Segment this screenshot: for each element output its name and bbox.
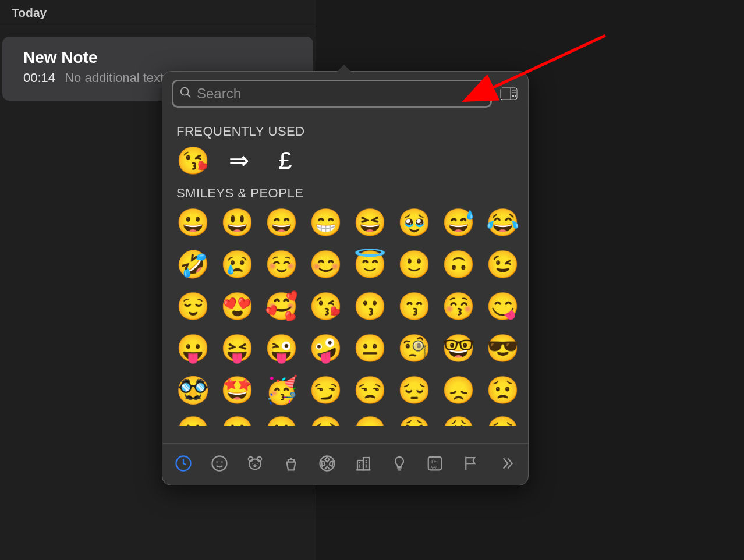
category-more[interactable]	[498, 454, 516, 475]
category-animals-nature[interactable]	[246, 454, 265, 475]
emoji-item[interactable]: 🤣	[176, 249, 208, 280]
svg-rect-6	[512, 95, 514, 97]
emoji-item[interactable]: 😆	[353, 207, 385, 238]
emoji-item[interactable]: 😊	[309, 249, 341, 280]
emoji-item[interactable]: 😎	[486, 332, 518, 364]
smiley-icon	[211, 455, 228, 474]
emoji-category-footer: T±&%	[162, 443, 528, 485]
svg-point-17	[254, 465, 256, 466]
emoji-item[interactable]: 😐	[353, 332, 385, 364]
category-flags[interactable]	[462, 454, 480, 475]
building-icon	[355, 455, 372, 474]
emoji-item[interactable]: 😒	[353, 374, 385, 406]
emoji-item[interactable]: 😋	[486, 290, 518, 322]
emoji-item[interactable]: 🙁	[221, 416, 252, 426]
emoji-item[interactable]: 😍	[221, 290, 252, 322]
emoji-item[interactable]: 🥰	[265, 290, 296, 322]
bear-icon	[246, 455, 264, 474]
section-label-smileys: SMILEYS & PEOPLE	[176, 186, 514, 201]
category-activity[interactable]	[318, 454, 336, 475]
category-symbols[interactable]: T±&%	[426, 454, 445, 475]
svg-point-16	[257, 463, 258, 464]
svg-rect-2	[501, 88, 517, 100]
emoji-item[interactable]: 😉	[486, 249, 518, 280]
emoji-item[interactable]: 🤩	[221, 374, 252, 406]
emoji-item[interactable]: 🤪	[309, 332, 341, 364]
emoji-item[interactable]: 😔	[398, 374, 429, 406]
note-timestamp: 00:14	[23, 70, 55, 85]
emoji-item[interactable]: 😟	[486, 374, 518, 406]
frequently-used-grid: 😘⇒£	[176, 145, 514, 176]
svg-rect-7	[515, 95, 516, 97]
emoji-item[interactable]: 😝	[221, 332, 252, 364]
emoji-item[interactable]: 😛	[176, 332, 208, 364]
emoji-item[interactable]: 🤓	[442, 332, 473, 364]
emoji-item[interactable]: 😌	[176, 290, 208, 322]
emoji-item[interactable]: 😫	[398, 416, 429, 426]
svg-point-15	[253, 463, 254, 464]
svg-point-11	[221, 461, 223, 463]
svg-point-10	[216, 461, 218, 463]
symbols-icon: T±&%	[426, 455, 444, 474]
emoji-search-row	[162, 72, 528, 115]
emoji-item[interactable]: 🥺	[486, 416, 518, 426]
section-label-frequent: FREQUENTLY USED	[176, 124, 514, 139]
emoji-rightwards-double-arrow[interactable]: ⇒	[223, 145, 254, 176]
category-smileys-people[interactable]	[210, 454, 229, 475]
emoji-item[interactable]: 😙	[398, 290, 429, 322]
emoji-item[interactable]: 😣	[309, 416, 341, 426]
emoji-item[interactable]: ☺️	[265, 249, 296, 280]
chevron-right-icon	[498, 455, 516, 474]
emoji-picker-popover: FREQUENTLY USED 😘⇒£ SMILEYS & PEOPLE 😀😃😄…	[162, 71, 529, 485]
expand-viewer-button[interactable]	[499, 86, 519, 101]
category-travel-places[interactable]	[354, 454, 373, 475]
note-preview: No additional text	[65, 70, 164, 85]
emoji-search-field[interactable]	[172, 80, 492, 108]
soccer-icon	[318, 455, 336, 474]
svg-point-9	[212, 456, 226, 470]
emoji-item[interactable]: 🧐	[398, 332, 429, 364]
emoji-item[interactable]: 🙃	[442, 249, 473, 280]
emoji-item[interactable]: 😖	[353, 416, 385, 426]
svg-rect-20	[363, 458, 369, 470]
svg-line-1	[187, 94, 191, 98]
note-title: New Note	[23, 48, 292, 67]
svg-point-0	[181, 88, 189, 95]
emoji-item[interactable]: 😀	[176, 207, 208, 238]
emoji-item[interactable]: 😏	[309, 374, 341, 406]
emoji-item[interactable]: 😚	[442, 290, 473, 322]
svg-text:T±: T±	[431, 459, 437, 465]
emoji-item[interactable]: 😜	[265, 332, 296, 364]
search-input[interactable]	[197, 81, 484, 106]
emoji-item[interactable]: 😞	[442, 374, 473, 406]
category-objects[interactable]	[390, 454, 409, 475]
flag-icon	[462, 455, 480, 474]
category-frequently-used[interactable]	[174, 454, 193, 475]
clock-icon	[175, 455, 192, 474]
lightbulb-icon	[391, 455, 408, 474]
emoji-item[interactable]: 😃	[221, 207, 252, 238]
emoji-item[interactable]: 🙂	[398, 249, 429, 280]
emoji-item[interactable]: 🥹	[398, 207, 429, 238]
search-icon	[179, 86, 192, 101]
emoji-item[interactable]: 🥳	[265, 374, 296, 406]
emoji-item[interactable]: 😅	[442, 207, 473, 238]
emoji-item[interactable]: 😗	[353, 290, 385, 322]
smileys-grid: 😀😃😄😁😆🥹😅😂🤣😢☺️😊😇🙂🙃😉😌😍🥰😘😗😙😚😋😛😝😜🤪😐🧐🤓😎🥸🤩🥳😏😒😔😞…	[176, 207, 514, 426]
emoji-pound-sign[interactable]: £	[270, 145, 301, 176]
emoji-item[interactable]: 🥸	[176, 374, 208, 406]
svg-text:&%: &%	[431, 465, 439, 470]
emoji-item[interactable]: 😢	[221, 249, 252, 280]
emoji-item[interactable]: 😘	[309, 290, 341, 322]
emoji-item[interactable]: 😕	[176, 416, 208, 426]
category-food-drink[interactable]	[282, 454, 300, 475]
emoji-item[interactable]: 😇	[353, 249, 385, 280]
emoji-face-blowing-a-kiss[interactable]: 😘	[176, 145, 208, 176]
emoji-item[interactable]: 😄	[265, 207, 296, 238]
emoji-item[interactable]: 😩	[442, 416, 473, 426]
section-header-today: Today	[0, 0, 316, 26]
emoji-item[interactable]: 😁	[309, 207, 341, 238]
emoji-item[interactable]: ☹️	[265, 416, 296, 426]
emoji-scroll-area[interactable]: FREQUENTLY USED 😘⇒£ SMILEYS & PEOPLE 😀😃😄…	[162, 115, 528, 443]
emoji-item[interactable]: 😂	[486, 207, 518, 238]
